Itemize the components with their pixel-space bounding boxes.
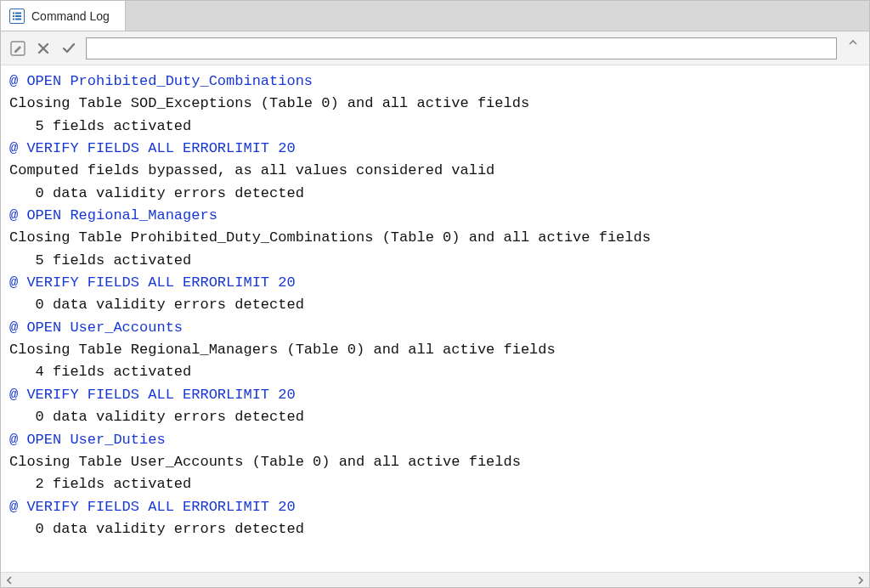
svg-rect-4 <box>13 18 14 20</box>
log-output-line: 0 data validity errors detected <box>9 183 866 205</box>
scroll-right-icon[interactable] <box>854 574 867 586</box>
svg-rect-0 <box>13 12 14 14</box>
scroll-up-icon[interactable] <box>845 37 861 59</box>
log-output-line: 5 fields activated <box>9 250 866 272</box>
log-output-line: 5 fields activated <box>9 116 866 138</box>
horizontal-scrollbar[interactable] <box>1 572 869 587</box>
log-command: @ VERIFY FIELDS ALL ERRORLIMIT 20 <box>9 496 866 518</box>
command-log-window: Command Log @ OPEN Prohibited_Duty_Combi… <box>0 0 870 588</box>
list-icon <box>9 8 25 24</box>
svg-rect-5 <box>15 18 21 20</box>
svg-rect-1 <box>15 12 21 14</box>
tab-command-log[interactable]: Command Log <box>1 1 126 31</box>
log-command: @ VERIFY FIELDS ALL ERRORLIMIT 20 <box>9 138 866 160</box>
log-command: @ OPEN Prohibited_Duty_Combinations <box>9 71 866 93</box>
log-output-line: 4 fields activated <box>9 361 866 383</box>
command-input[interactable] <box>86 37 837 59</box>
log-output-line: 2 fields activated <box>9 473 866 495</box>
clear-icon[interactable] <box>35 40 52 57</box>
svg-rect-2 <box>13 15 14 17</box>
scroll-left-icon[interactable] <box>3 574 16 586</box>
log-command: @ VERIFY FIELDS ALL ERRORLIMIT 20 <box>9 384 866 406</box>
log-output-line: 0 data validity errors detected <box>9 518 866 540</box>
log-output-line: Closing Table User_Accounts (Table 0) an… <box>9 451 866 473</box>
command-toolbar <box>1 31 869 65</box>
log-output-line: Computed fields bypassed, as all values … <box>9 160 866 182</box>
edit-icon[interactable] <box>9 40 26 57</box>
log-command: @ VERIFY FIELDS ALL ERRORLIMIT 20 <box>9 272 866 294</box>
log-command: @ OPEN User_Accounts <box>9 317 866 339</box>
log-output-line: 0 data validity errors detected <box>9 406 866 428</box>
log-output-line: Closing Table Prohibited_Duty_Combinatio… <box>9 227 866 249</box>
accept-icon[interactable] <box>60 40 77 57</box>
log-output-line: Closing Table SOD_Exceptions (Table 0) a… <box>9 93 866 115</box>
log-output: @ OPEN Prohibited_Duty_CombinationsClosi… <box>1 65 869 572</box>
tab-bar: Command Log <box>1 1 869 31</box>
tab-label: Command Log <box>31 9 110 23</box>
log-output-line: Closing Table Regional_Managers (Table 0… <box>9 339 866 361</box>
log-area: @ OPEN Prohibited_Duty_CombinationsClosi… <box>1 65 869 587</box>
log-command: @ OPEN User_Duties <box>9 429 866 451</box>
svg-rect-3 <box>15 15 21 17</box>
log-command: @ OPEN Regional_Managers <box>9 205 866 227</box>
log-output-line: 0 data validity errors detected <box>9 294 866 316</box>
